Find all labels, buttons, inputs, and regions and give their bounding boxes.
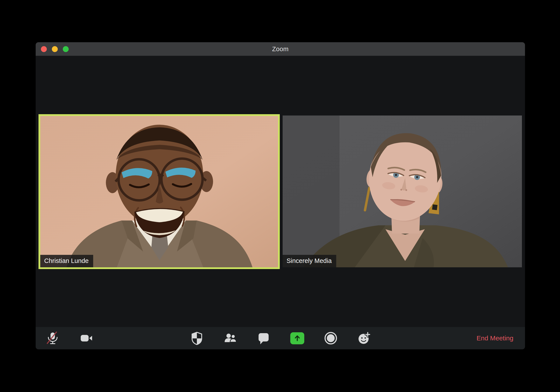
video-grid: Christian Lunde [39,114,522,269]
zoom-window: Zoom [36,42,525,349]
minimize-button[interactable] [52,46,58,52]
traffic-lights [41,42,69,56]
meeting-toolbar: End Meeting [36,327,525,349]
video-camera-icon [79,331,93,345]
security-button[interactable] [190,331,204,345]
name-badge: Christian Lunde [40,255,93,267]
participant-video-man-portrait [40,116,278,267]
participants-button[interactable] [223,331,237,345]
security-shield-icon [190,331,204,345]
participant-tile-christian-lunde[interactable]: Christian Lunde [39,114,280,269]
smiley-plus-icon [357,331,371,345]
close-button[interactable] [41,46,47,52]
participant-tile-sincerely-media[interactable]: Sincerely Media [283,115,522,267]
share-screen-button[interactable] [290,331,304,345]
record-circle-icon [324,331,338,345]
participant-video-woman-portrait [283,115,522,267]
fullscreen-button[interactable] [63,46,69,52]
share-screen-up-arrow-icon [290,332,304,344]
mute-button[interactable] [46,331,60,345]
titlebar[interactable]: Zoom [36,42,525,56]
chat-button[interactable] [257,331,270,345]
window-title: Zoom [36,46,525,53]
start-video-button[interactable] [79,331,93,345]
reactions-button[interactable] [357,331,371,345]
participants-icon [223,331,237,345]
mic-muted-icon [46,331,60,345]
record-button[interactable] [324,331,338,345]
chat-bubble-icon [257,331,270,345]
name-badge: Sincerely Media [283,255,336,267]
end-meeting-button[interactable]: End Meeting [477,327,513,349]
desktop-background: Zoom [0,0,560,392]
